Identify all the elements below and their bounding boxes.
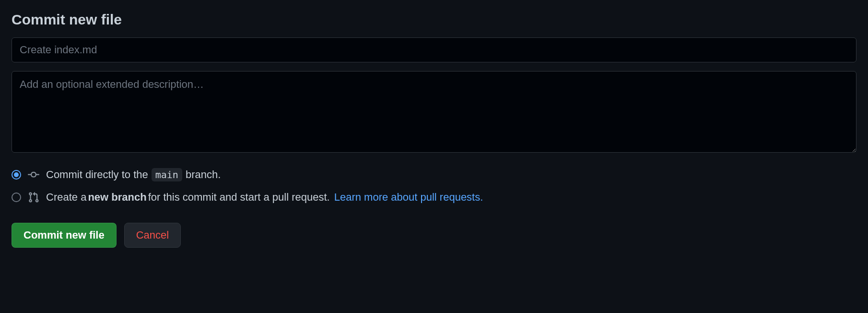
direct-text-before: Commit directly to the xyxy=(46,169,148,181)
cancel-button[interactable]: Cancel xyxy=(124,223,181,248)
commit-heading: Commit new file xyxy=(12,12,856,28)
radio-selected-icon[interactable] xyxy=(12,170,21,180)
newbranch-text-before: Create a xyxy=(46,191,86,204)
newbranch-text-after: for this commit and start a pull request… xyxy=(148,191,330,204)
git-commit-icon xyxy=(28,169,39,181)
newbranch-bold: new branch xyxy=(88,191,146,204)
commit-direct-option[interactable]: Commit directly to the main branch. xyxy=(12,168,856,181)
action-buttons: Commit new file Cancel xyxy=(12,223,856,248)
branch-name-pill: main xyxy=(152,168,182,181)
radio-unselected-icon[interactable] xyxy=(12,193,21,202)
direct-text-after: branch. xyxy=(186,169,221,181)
branch-target-group: Commit directly to the main branch. Crea… xyxy=(12,168,856,204)
commit-button[interactable]: Commit new file xyxy=(12,223,117,248)
learn-more-link[interactable]: Learn more about pull requests. xyxy=(334,191,483,204)
commit-description-textarea[interactable] xyxy=(12,71,856,153)
commit-summary-input[interactable] xyxy=(12,37,856,62)
git-pull-request-icon xyxy=(28,192,39,203)
commit-direct-label: Commit directly to the main branch. xyxy=(46,168,221,181)
create-branch-option[interactable]: Create a new branch for this commit and … xyxy=(12,191,856,204)
create-branch-label: Create a new branch for this commit and … xyxy=(46,191,483,204)
